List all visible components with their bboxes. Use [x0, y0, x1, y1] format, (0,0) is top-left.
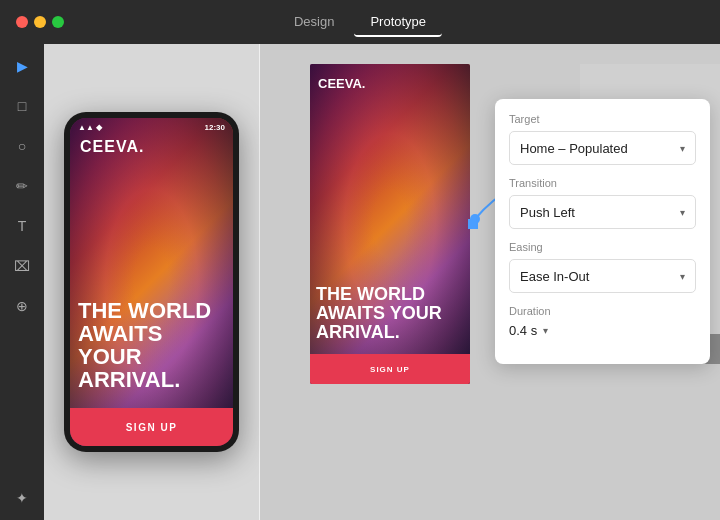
zoom-tool[interactable]: ⊕ — [12, 296, 32, 316]
component-tool[interactable]: ✦ — [12, 488, 32, 508]
phone-hero-text: THE WORLD AWAITS YOUR ARRIVAL. — [78, 299, 225, 391]
canvas-phone-screen: CEEVA. THE WORLD AWAITS YOUR ARRIVAL. SI… — [310, 64, 470, 384]
connection-point — [468, 219, 478, 229]
easing-dropdown[interactable]: Ease In-Out ▾ — [509, 259, 696, 293]
target-section: Target Home – Populated ▾ — [509, 113, 696, 165]
duration-section: Duration 0.4 s ▾ — [509, 305, 696, 338]
phone-cta-button[interactable]: SIGN UP — [70, 408, 233, 446]
easing-chevron-icon: ▾ — [680, 271, 685, 282]
target-label: Target — [509, 113, 696, 125]
easing-section: Easing Ease In-Out ▾ — [509, 241, 696, 293]
top-bar: Design Prototype — [0, 0, 720, 44]
close-button[interactable] — [16, 16, 28, 28]
prototype-panel: Target Home – Populated ▾ Transition Pus… — [495, 99, 710, 364]
target-value: Home – Populated — [520, 141, 628, 156]
canvas-phone-cta[interactable]: SIGN UP — [310, 354, 470, 384]
duration-row: 0.4 s ▾ — [509, 323, 696, 338]
transition-label: Transition — [509, 177, 696, 189]
phone-status-bar: ▲▲ ◆ 12:30 — [70, 118, 233, 136]
phone-screen: ▲▲ ◆ 12:30 CEEVA. THE WORLD AWAITS YOUR … — [70, 118, 233, 446]
text-tool[interactable]: T — [12, 216, 32, 236]
target-dropdown[interactable]: Home – Populated ▾ — [509, 131, 696, 165]
crop-tool[interactable]: ⌧ — [12, 256, 32, 276]
canvas-phone: CEEVA. THE WORLD AWAITS YOUR ARRIVAL. SI… — [310, 64, 470, 384]
transition-value: Push Left — [520, 205, 575, 220]
tab-design[interactable]: Design — [278, 8, 350, 37]
signal-icons: ▲▲ ◆ — [78, 123, 102, 132]
tab-prototype[interactable]: Prototype — [354, 8, 442, 37]
pen-tool[interactable]: ✏ — [12, 176, 32, 196]
tab-area: Design Prototype — [278, 8, 442, 37]
phone-frame: ▲▲ ◆ 12:30 CEEVA. THE WORLD AWAITS YOUR … — [64, 112, 239, 452]
cursor-tool[interactable]: ▶ — [12, 56, 32, 76]
canvas-phone-hero: THE WORLD AWAITS YOUR ARRIVAL. — [316, 285, 464, 342]
duration-chevron-icon[interactable]: ▾ — [543, 325, 548, 336]
minimize-button[interactable] — [34, 16, 46, 28]
transition-dropdown[interactable]: Push Left ▾ — [509, 195, 696, 229]
canvas-phone-logo: CEEVA. — [318, 76, 365, 91]
transition-chevron-icon: ▾ — [680, 207, 685, 218]
duration-value: 0.4 s — [509, 323, 537, 338]
rectangle-tool[interactable]: □ — [12, 96, 32, 116]
left-toolbar: ▶ □ ○ ✏ T ⌧ ⊕ ✦ — [0, 44, 44, 520]
easing-value: Ease In-Out — [520, 269, 589, 284]
duration-label: Duration — [509, 305, 696, 317]
target-chevron-icon: ▾ — [680, 143, 685, 154]
easing-label: Easing — [509, 241, 696, 253]
transition-section: Transition Push Left ▾ — [509, 177, 696, 229]
phone-logo: CEEVA. — [80, 138, 144, 156]
time-display: 12:30 — [205, 123, 225, 132]
window-controls — [16, 16, 64, 28]
phone-mockup-area: ▲▲ ◆ 12:30 CEEVA. THE WORLD AWAITS YOUR … — [44, 44, 259, 520]
center-canvas: CEEVA. THE WORLD AWAITS YOUR ARRIVAL. SI… — [260, 44, 720, 520]
tunnel-overlay — [70, 118, 233, 446]
maximize-button[interactable] — [52, 16, 64, 28]
ellipse-tool[interactable]: ○ — [12, 136, 32, 156]
